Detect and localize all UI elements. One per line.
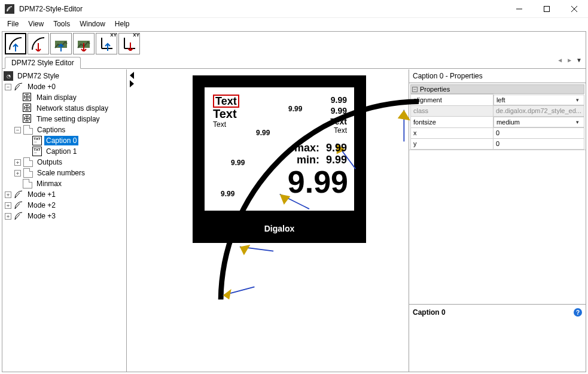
gauge-style-icon: ◔	[4, 71, 13, 81]
tree-outputs[interactable]: +Outputs	[2, 157, 126, 168]
tab-prev-icon[interactable]: ◄	[557, 57, 563, 63]
text-icon: TXT↔	[32, 147, 42, 156]
toolbar: XY XY	[2, 32, 586, 56]
page-icon	[23, 125, 33, 135]
tabstrip: DPM72 Style Editor ◄ ► ▼	[2, 56, 586, 69]
titlebar: DPM72-Style-Editor	[0, 0, 588, 18]
preview-max-label: max:	[294, 142, 319, 153]
display-icon	[23, 93, 32, 102]
expand-icon[interactable]: +	[5, 213, 11, 220]
maximize-button[interactable]	[533, 0, 560, 18]
preview-pane: Text Text Text 9.99 9.99 Text Text max: …	[136, 69, 409, 372]
tree-main-display[interactable]: Main display	[2, 92, 126, 103]
mode-icon	[14, 82, 23, 92]
window-title: DPM72-Style-Editor	[19, 5, 505, 13]
mode-icon	[14, 190, 23, 199]
object-tree[interactable]: ◔DPM72 Style −Mode +0 Main display Netwo…	[2, 69, 126, 223]
tool-gauge-1[interactable]	[5, 33, 26, 54]
preview-r999b: 9.99	[331, 107, 347, 115]
mode-icon	[14, 200, 23, 210]
page-icon	[23, 168, 33, 178]
preview-text3: Text	[213, 121, 226, 128]
tab-style-editor[interactable]: DPM72 Style Editor	[5, 57, 81, 69]
svg-marker-23	[223, 289, 231, 300]
tab-nav: ◄ ► ▼	[557, 57, 582, 63]
tree-mode1[interactable]: +Mode +1	[2, 189, 126, 200]
preview-rt2: Text	[334, 127, 347, 134]
tool-xy-down[interactable]: XY	[118, 33, 140, 54]
preview-text2: Text	[213, 108, 237, 120]
expand-icon[interactable]: +	[5, 202, 11, 209]
expand-icon[interactable]: +	[14, 159, 21, 166]
preview-tick1: 9.99	[288, 105, 302, 112]
app-icon	[5, 4, 14, 14]
tree-mode0[interactable]: −Mode +0	[2, 81, 126, 92]
brand-label: Digalox	[193, 224, 366, 233]
text-icon: TXT↔	[32, 136, 42, 145]
preview-r999a: 9.99	[331, 96, 347, 104]
svg-marker-27	[398, 110, 410, 121]
triangle-right-icon	[130, 80, 134, 87]
tree-captions[interactable]: −Captions	[2, 124, 126, 135]
splitter[interactable]	[127, 69, 136, 372]
page-icon	[23, 179, 32, 188]
tree-scale-numbers[interactable]: +Scale numbers	[2, 168, 126, 178]
tab-menu-icon[interactable]: ▼	[576, 57, 582, 63]
preview-tick2b: 9.99	[231, 159, 245, 166]
dropdown-icon[interactable]: ▾	[574, 97, 581, 103]
tree-time-setting[interactable]: Time setting display	[2, 114, 126, 124]
minimize-button[interactable]	[505, 0, 533, 18]
preview-tick2: 9.99	[256, 129, 270, 136]
menu-window[interactable]: Window	[75, 19, 110, 29]
svg-rect-2	[544, 6, 550, 11]
mode-icon	[14, 211, 23, 221]
menubar: File View Tools Window Help	[0, 18, 588, 30]
menu-help[interactable]: Help	[110, 19, 135, 29]
help-icon[interactable]: ?	[574, 308, 582, 317]
tree-network-status[interactable]: Network status display	[2, 103, 126, 114]
collapse-icon[interactable]: −	[14, 127, 21, 133]
tree-caption0[interactable]: TXT↔Caption 0	[2, 135, 126, 146]
tree-mode3[interactable]: +Mode +3	[2, 211, 126, 221]
menu-view[interactable]: View	[23, 19, 48, 29]
triangle-left-icon	[130, 72, 134, 79]
preview-min-label: min:	[297, 154, 319, 165]
tool-xy-up[interactable]: XY	[96, 33, 117, 54]
preview-main-value: 9.99	[288, 166, 348, 197]
expand-icon[interactable]: +	[5, 191, 11, 198]
properties-title: Caption 0 - Properties	[409, 69, 586, 83]
tree-pane: ◔DPM72 Style −Mode +0 Main display Netwo…	[2, 69, 127, 372]
tool-gauge-4[interactable]	[73, 33, 95, 54]
display-icon	[23, 114, 32, 124]
svg-marker-24	[240, 245, 251, 256]
page-icon	[23, 157, 33, 167]
tool-gauge-3[interactable]	[50, 33, 72, 54]
tree-mode2[interactable]: +Mode +2	[2, 200, 126, 211]
tab-next-icon[interactable]: ►	[566, 57, 572, 63]
tree-root[interactable]: ◔DPM72 Style	[2, 71, 126, 81]
preview-min-value: 9.99	[326, 154, 347, 165]
expand-icon[interactable]: +	[14, 170, 21, 177]
display-icon	[23, 104, 32, 113]
menu-tools[interactable]: Tools	[48, 19, 75, 29]
collapse-icon[interactable]: −	[5, 84, 11, 90]
content-frame: XY XY DPM72 Style Editor ◄ ► ▼ ◔DPM72 St…	[2, 31, 586, 372]
tree-caption1[interactable]: TXT↔Caption 1	[2, 146, 126, 157]
close-button[interactable]	[560, 0, 588, 18]
caption0-marker[interactable]: Text	[213, 95, 239, 108]
preview-rt1: Text	[330, 117, 347, 126]
tree-minmax[interactable]: Minmax	[2, 178, 126, 189]
dropdown-icon[interactable]: ▾	[574, 119, 581, 125]
gauge-preview[interactable]: Text Text Text 9.99 9.99 Text Text max: …	[193, 75, 366, 243]
tool-gauge-2[interactable]	[28, 33, 49, 54]
menu-file[interactable]: File	[2, 19, 23, 29]
preview-tick3: 9.99	[221, 190, 234, 197]
preview-max-value: 9.99	[326, 142, 347, 153]
